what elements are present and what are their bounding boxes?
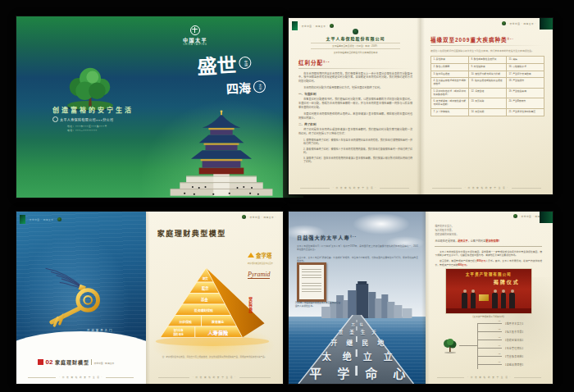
paragraph: 在签发红利分配通知书时，我们根据红利分配方案，以增加保险金额的方式向您分配年度红…	[298, 98, 412, 109]
page-footer: · 创 造 富 裕 的 安 宁 生 活 ·	[300, 186, 408, 189]
photo-caption: 【太平资产管理有限公司揭牌仪式】	[435, 315, 542, 318]
paragraph: 截至目前，集团管理资产规模已超过800亿元人民币。其中，太平人寿发展迅速，总资产…	[435, 259, 542, 267]
branch-line: 02	[477, 331, 502, 332]
ocean-key-page: · 盛世中国 · 四海太平 ·	[16, 212, 146, 384]
cloud	[353, 213, 410, 235]
page-footer: · 创 造 富 裕 的 安 宁 生 活 ·	[432, 186, 540, 189]
branch-line: 05	[477, 356, 502, 357]
paragraph: 年度红利随本合同保险责任的终止而终止。若您申请减少基本保险金额，相应部分的年度红…	[298, 112, 412, 121]
certificate-text-lines	[302, 269, 321, 294]
diagram-link	[459, 345, 477, 346]
finance-spread-panel: · 盛世中国 · 四海太平 ·	[16, 212, 283, 384]
node-number: 05	[499, 353, 501, 355]
road-char: 开	[330, 338, 337, 347]
disease-cell: 19. 严重帕金森病	[507, 88, 544, 98]
road-char: 立	[363, 349, 372, 362]
road-char: 民	[362, 338, 368, 347]
page-title: 家庭理财典型模型	[157, 228, 226, 239]
node-label: 【完善服务网络】	[503, 355, 525, 358]
road-char: 往	[360, 322, 363, 327]
disease-cell: 3. 脑中风后遗症	[431, 71, 469, 78]
branch-line: 03	[477, 340, 502, 340]
heading-rule	[298, 68, 412, 69]
list-item: 3. 减保终了红利：您在本合同有效期内申请减少基本保险金额，我们按减少部分所对应…	[303, 157, 412, 164]
product-name: 太平福缘双至两全保险（分红型）条款（2009）	[311, 43, 399, 49]
disease-cell: 15. 瘫痪	[507, 57, 544, 64]
road-char: 万	[352, 322, 355, 327]
cover-slogan: 创造富裕的安宁生活	[52, 105, 134, 114]
terms-right-page: · 盛世中国 · 四海太平 · 福缘双至2009重大疾病种类注14 被保险人在保…	[421, 18, 553, 194]
person-figure	[501, 293, 507, 308]
road-text-row: 万 往	[289, 322, 426, 327]
strip-text: · 盛世中国 · 四海太平 ·	[508, 22, 536, 25]
plaque	[479, 294, 489, 301]
pyramid-base-label: 人寿保险	[207, 330, 228, 336]
photo-banner-title: 太平资产管理有限公司	[446, 271, 531, 276]
tree-icon	[441, 339, 459, 353]
disease-cell: 2. 急性心肌梗塞	[431, 63, 469, 71]
person-figure	[462, 293, 467, 308]
page-fold	[426, 212, 430, 384]
page-fold	[146, 212, 150, 384]
road-char: 圣	[349, 329, 354, 335]
risk-side-label: 【风险管理】	[248, 294, 252, 315]
road-char: 平	[309, 364, 321, 381]
pyramid-layer-label: 国债·现金	[173, 332, 184, 336]
disease-cell: 21. 严重原发性肺动脉高压	[507, 108, 544, 116]
node-label: 【雄厚资本实力】	[503, 322, 525, 326]
branch-line: 04	[477, 348, 502, 349]
page-header-strip: · 盛世中国 · 四海太平 ·	[502, 21, 536, 25]
diagram-node: 02 【强大股东背景】	[477, 329, 525, 335]
company-name: 太平人寿保险有限公司×××分公司	[60, 117, 113, 122]
golden-key-illustration	[30, 266, 118, 336]
road-char: 学	[337, 364, 349, 381]
page-title: 日益强大的太平人寿注13	[297, 234, 357, 241]
legend-title: 金字塔	[256, 251, 272, 259]
node-label: 【强大股东背景】	[503, 330, 525, 334]
emphasis-line: 无论现在还是将来，选择太平，让客户的利益更加有保障！	[435, 239, 542, 244]
disease-cell: 6. 终末期肾病（或称慢性肾功能衰竭尿毒症期）	[431, 98, 469, 109]
green-corner-block	[540, 212, 553, 223]
disease-cell: 7. 多个肢体缺失	[431, 108, 469, 116]
terms-spread-panel: · 盛世中国 · 四海太平 · 太平人寿保险股份有限公司 太平福缘双至两全保险（…	[289, 18, 553, 194]
brand-logo: 中国太平 CHINA TAIPING	[166, 25, 224, 46]
disease-cell: 20. 严重Ⅲ度烧伤	[507, 98, 544, 109]
subsection-heading: 二、终了红利	[298, 122, 412, 126]
pyramid-layer-label: 教育基金	[211, 320, 225, 324]
chapter-title: 家庭理财模型	[55, 358, 89, 366]
city-road-page: 日益强大的太平人寿注13 太平人寿保险有限公司（以下简称“太平人寿”）始创于19…	[289, 212, 426, 384]
page-header-strip: · 盛世中国 · 四海太平 ·	[242, 215, 276, 219]
tree-icon	[502, 21, 506, 25]
road-char: 继	[346, 338, 353, 347]
disease-cell: 10. 慢性肝功能衰竭失代偿期	[469, 71, 507, 78]
node-number: 03	[499, 336, 501, 339]
disease-cell: 16. 心脏瓣膜手术	[507, 63, 544, 71]
road-char: 立	[384, 349, 393, 362]
node-number: 04	[499, 344, 501, 347]
tree-icon	[513, 214, 517, 218]
subsection-heading: 一、年度红利	[298, 92, 412, 96]
page-footer: · 创 造 富 裕 的 安 宁 生 活 ·	[158, 376, 271, 379]
document-header: 太平人寿保险股份有限公司 太平福缘双至两全保险（分红型）条款（2009） 太平附…	[298, 29, 412, 54]
disease-cell: 5. 冠状动脉搭桥术（或称冠状动脉旁路移植术）	[431, 88, 469, 98]
strip-text: · 盛世中国 · 四海太平 ·	[27, 218, 56, 221]
mini-logo-icon	[52, 116, 58, 122]
green-square-icon	[292, 21, 298, 30]
road-char: 生	[361, 329, 366, 335]
pyramid-layer-label: 投资理财保险	[194, 308, 212, 312]
node-number: 02	[499, 328, 501, 330]
disease-cell: 11. 脑炎后遗症或脑膜炎后遗症	[469, 78, 507, 89]
terms-left-page: · 盛世中国 · 四海太平 · 太平人寿保险股份有限公司 太平福缘双至两全保险（…	[289, 18, 421, 194]
red-text: 800亿元	[458, 263, 466, 267]
tree-icon	[330, 24, 334, 28]
paragraph: 太平人寿保险有限公司（以下简称“太平人寿”）始创于1929年，是我国历史上持续经…	[297, 245, 418, 252]
diagram-node: 06 【卓越品牌荣誉】	[477, 362, 525, 368]
seal-stamp: 中国	[239, 57, 252, 70]
divider-rule	[435, 246, 542, 247]
list-item: 1. 满期保险金终了红利：被保险人生存至本合同满期日且本合同有效，我们在给付满期…	[303, 139, 412, 146]
photo-floor	[446, 308, 531, 313]
photo-banner-subtitle: 揭牌仪式	[494, 278, 520, 285]
green-square-icon	[20, 215, 25, 224]
diagram-node: 04 【专业管理团队】	[477, 345, 525, 352]
road-text-row: 世 圣 生 天	[289, 329, 426, 335]
